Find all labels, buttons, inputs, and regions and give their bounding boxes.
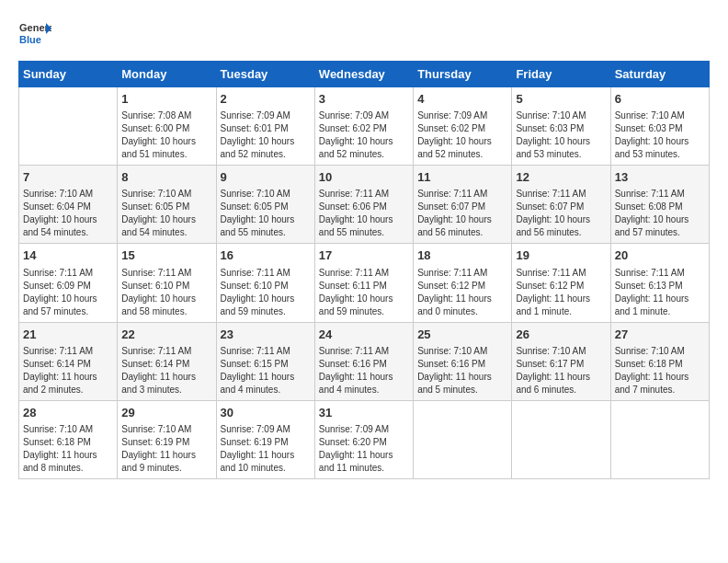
day-info: Sunrise: 7:11 AM Sunset: 6:11 PM Dayligh… xyxy=(319,267,409,318)
day-number: 30 xyxy=(221,405,311,421)
calendar-cell: 22Sunrise: 7:11 AM Sunset: 6:14 PM Dayli… xyxy=(118,322,216,400)
week-row: 28Sunrise: 7:10 AM Sunset: 6:18 PM Dayli… xyxy=(19,400,710,478)
day-number: 27 xyxy=(615,327,705,343)
day-number: 5 xyxy=(516,91,606,108)
day-header-tuesday: Tuesday xyxy=(216,62,314,87)
day-number: 4 xyxy=(417,91,507,108)
calendar-cell: 21Sunrise: 7:11 AM Sunset: 6:14 PM Dayli… xyxy=(19,322,118,400)
calendar-cell: 30Sunrise: 7:09 AM Sunset: 6:19 PM Dayli… xyxy=(216,400,314,478)
calendar-cell: 29Sunrise: 7:10 AM Sunset: 6:19 PM Dayli… xyxy=(118,400,216,478)
day-header-sunday: Sunday xyxy=(19,62,118,87)
day-info: Sunrise: 7:09 AM Sunset: 6:02 PM Dayligh… xyxy=(417,109,507,161)
calendar-table: SundayMondayTuesdayWednesdayThursdayFrid… xyxy=(18,61,710,479)
day-number: 16 xyxy=(221,247,311,264)
calendar-cell: 12Sunrise: 7:11 AM Sunset: 6:07 PM Dayli… xyxy=(512,166,610,244)
day-info: Sunrise: 7:10 AM Sunset: 6:04 PM Dayligh… xyxy=(23,188,113,239)
logo: General Blue xyxy=(18,18,51,52)
day-info: Sunrise: 7:11 AM Sunset: 6:12 PM Dayligh… xyxy=(516,267,606,318)
day-info: Sunrise: 7:10 AM Sunset: 6:16 PM Dayligh… xyxy=(417,345,507,396)
day-number: 26 xyxy=(516,327,606,343)
day-number: 17 xyxy=(319,247,409,264)
calendar-cell: 27Sunrise: 7:10 AM Sunset: 6:18 PM Dayli… xyxy=(610,322,709,400)
day-info: Sunrise: 7:11 AM Sunset: 6:14 PM Dayligh… xyxy=(121,345,211,396)
day-info: Sunrise: 7:11 AM Sunset: 6:14 PM Dayligh… xyxy=(23,345,113,396)
day-number: 1 xyxy=(121,91,211,108)
calendar-cell: 16Sunrise: 7:11 AM Sunset: 6:10 PM Dayli… xyxy=(216,244,314,322)
day-info: Sunrise: 7:09 AM Sunset: 6:02 PM Dayligh… xyxy=(319,109,409,161)
day-info: Sunrise: 7:11 AM Sunset: 6:10 PM Dayligh… xyxy=(121,267,211,318)
day-number: 19 xyxy=(516,247,606,264)
day-header-saturday: Saturday xyxy=(610,62,709,87)
day-header-monday: Monday xyxy=(118,62,216,87)
day-number: 9 xyxy=(221,169,311,186)
day-number: 6 xyxy=(615,91,705,108)
day-number: 15 xyxy=(121,247,211,264)
day-info: Sunrise: 7:11 AM Sunset: 6:07 PM Dayligh… xyxy=(516,188,606,239)
day-info: Sunrise: 7:10 AM Sunset: 6:18 PM Dayligh… xyxy=(615,345,705,396)
day-number: 14 xyxy=(23,247,113,264)
calendar-cell: 20Sunrise: 7:11 AM Sunset: 6:13 PM Dayli… xyxy=(610,244,709,322)
calendar-cell: 4Sunrise: 7:09 AM Sunset: 6:02 PM Daylig… xyxy=(414,87,512,166)
day-number: 29 xyxy=(121,405,211,421)
calendar-cell: 6Sunrise: 7:10 AM Sunset: 6:03 PM Daylig… xyxy=(610,87,709,166)
week-row: 1Sunrise: 7:08 AM Sunset: 6:00 PM Daylig… xyxy=(19,87,710,166)
day-info: Sunrise: 7:11 AM Sunset: 6:08 PM Dayligh… xyxy=(615,188,705,239)
day-header-wednesday: Wednesday xyxy=(314,62,413,87)
day-info: Sunrise: 7:10 AM Sunset: 6:03 PM Dayligh… xyxy=(615,109,705,161)
calendar-cell: 15Sunrise: 7:11 AM Sunset: 6:10 PM Dayli… xyxy=(118,244,216,322)
calendar-cell: 14Sunrise: 7:11 AM Sunset: 6:09 PM Dayli… xyxy=(19,244,118,322)
day-number: 23 xyxy=(221,327,311,343)
day-info: Sunrise: 7:10 AM Sunset: 6:03 PM Dayligh… xyxy=(516,109,606,161)
day-info: Sunrise: 7:11 AM Sunset: 6:13 PM Dayligh… xyxy=(615,267,705,318)
calendar-cell: 11Sunrise: 7:11 AM Sunset: 6:07 PM Dayli… xyxy=(414,166,512,244)
logo-svg: General Blue xyxy=(18,18,51,52)
calendar-cell: 2Sunrise: 7:09 AM Sunset: 6:01 PM Daylig… xyxy=(216,87,314,166)
calendar-cell: 17Sunrise: 7:11 AM Sunset: 6:11 PM Dayli… xyxy=(314,244,413,322)
calendar-cell: 25Sunrise: 7:10 AM Sunset: 6:16 PM Dayli… xyxy=(414,322,512,400)
day-number: 13 xyxy=(615,169,705,186)
day-number: 25 xyxy=(417,327,507,343)
day-number: 28 xyxy=(23,405,113,421)
day-number: 12 xyxy=(516,169,606,186)
day-info: Sunrise: 7:10 AM Sunset: 6:19 PM Dayligh… xyxy=(121,423,211,475)
header: General Blue xyxy=(18,18,710,52)
calendar-cell xyxy=(512,400,610,478)
calendar-cell: 1Sunrise: 7:08 AM Sunset: 6:00 PM Daylig… xyxy=(118,87,216,166)
calendar-cell: 31Sunrise: 7:09 AM Sunset: 6:20 PM Dayli… xyxy=(314,400,413,478)
day-number: 24 xyxy=(319,327,409,343)
day-number: 21 xyxy=(23,327,113,343)
week-row: 7Sunrise: 7:10 AM Sunset: 6:04 PM Daylig… xyxy=(19,166,710,244)
calendar-cell: 13Sunrise: 7:11 AM Sunset: 6:08 PM Dayli… xyxy=(610,166,709,244)
day-info: Sunrise: 7:11 AM Sunset: 6:15 PM Dayligh… xyxy=(221,345,311,396)
calendar-cell: 18Sunrise: 7:11 AM Sunset: 6:12 PM Dayli… xyxy=(414,244,512,322)
calendar-cell: 8Sunrise: 7:10 AM Sunset: 6:05 PM Daylig… xyxy=(118,166,216,244)
calendar-cell: 24Sunrise: 7:11 AM Sunset: 6:16 PM Dayli… xyxy=(314,322,413,400)
day-info: Sunrise: 7:09 AM Sunset: 6:20 PM Dayligh… xyxy=(319,423,409,475)
day-header-friday: Friday xyxy=(512,62,610,87)
day-info: Sunrise: 7:11 AM Sunset: 6:09 PM Dayligh… xyxy=(23,267,113,318)
calendar-cell xyxy=(414,400,512,478)
calendar-cell xyxy=(610,400,709,478)
day-number: 18 xyxy=(417,247,507,264)
calendar-cell: 3Sunrise: 7:09 AM Sunset: 6:02 PM Daylig… xyxy=(314,87,413,166)
day-info: Sunrise: 7:11 AM Sunset: 6:06 PM Dayligh… xyxy=(319,188,409,239)
calendar-cell: 9Sunrise: 7:10 AM Sunset: 6:05 PM Daylig… xyxy=(216,166,314,244)
calendar-cell: 19Sunrise: 7:11 AM Sunset: 6:12 PM Dayli… xyxy=(512,244,610,322)
day-info: Sunrise: 7:09 AM Sunset: 6:19 PM Dayligh… xyxy=(221,423,311,475)
day-header-thursday: Thursday xyxy=(414,62,512,87)
day-number: 2 xyxy=(221,91,311,108)
week-row: 21Sunrise: 7:11 AM Sunset: 6:14 PM Dayli… xyxy=(19,322,710,400)
day-info: Sunrise: 7:11 AM Sunset: 6:10 PM Dayligh… xyxy=(221,267,311,318)
day-info: Sunrise: 7:09 AM Sunset: 6:01 PM Dayligh… xyxy=(221,109,311,161)
day-info: Sunrise: 7:11 AM Sunset: 6:07 PM Dayligh… xyxy=(417,188,507,239)
day-number: 22 xyxy=(121,327,211,343)
calendar-cell: 28Sunrise: 7:10 AM Sunset: 6:18 PM Dayli… xyxy=(19,400,118,478)
day-number: 8 xyxy=(121,169,211,186)
calendar-cell: 7Sunrise: 7:10 AM Sunset: 6:04 PM Daylig… xyxy=(19,166,118,244)
day-number: 20 xyxy=(615,247,705,264)
day-number: 31 xyxy=(319,405,409,421)
day-number: 11 xyxy=(417,169,507,186)
calendar-header-row: SundayMondayTuesdayWednesdayThursdayFrid… xyxy=(19,62,710,87)
svg-text:Blue: Blue xyxy=(19,34,41,45)
week-row: 14Sunrise: 7:11 AM Sunset: 6:09 PM Dayli… xyxy=(19,244,710,322)
